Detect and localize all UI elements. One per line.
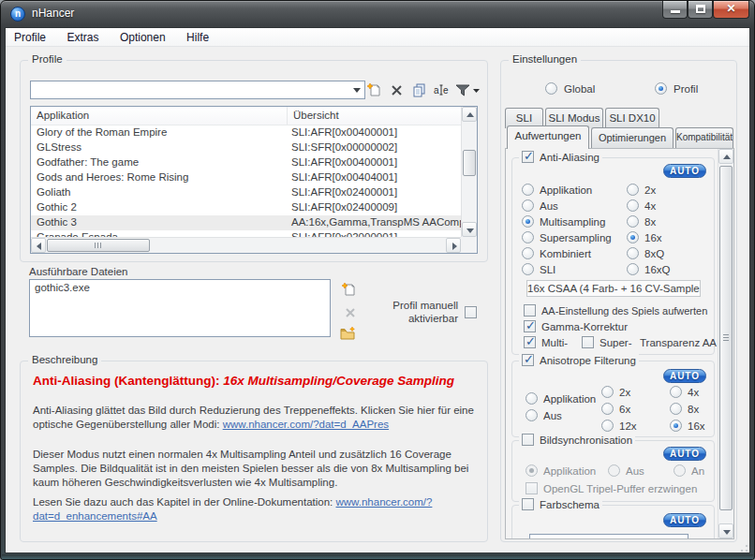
aa-mode-kombiniert-radio[interactable] — [522, 247, 534, 259]
af-level-label[interactable]: 8x — [688, 404, 699, 415]
list-item[interactable]: Godfather: The gameSLI:AFR[0x00400001] — [31, 155, 461, 170]
aa-mode-label[interactable]: Applikation — [540, 184, 592, 196]
new-profile-icon[interactable] — [365, 81, 382, 98]
remove-executable-icon[interactable] — [342, 304, 359, 321]
scroll-up-icon[interactable] — [462, 107, 477, 122]
aa-mode-multisampling-radio[interactable] — [522, 215, 534, 228]
list-horizontal-scrollbar[interactable] — [31, 237, 461, 253]
aa-mode-aus-radio[interactable] — [522, 199, 534, 212]
list-item[interactable]: GLStressSLI:SFR[0x00000002] — [31, 140, 461, 155]
settings-vertical-scrollbar[interactable] — [718, 149, 733, 538]
aa-level-label[interactable]: 16x — [644, 232, 662, 243]
scroll-down-icon[interactable] — [718, 523, 733, 538]
menu-hilfe[interactable]: Hilfe — [178, 28, 217, 47]
transparency-multi-label[interactable]: Multi- — [541, 337, 568, 348]
scope-profil-label[interactable]: Profil — [674, 83, 698, 95]
vsync-applikation-radio[interactable] — [526, 464, 538, 477]
list-item[interactable]: Gothic 3AA:16x,Gamma,TranspMS AACompa — [31, 215, 461, 230]
af-level-4x-radio[interactable] — [670, 386, 682, 398]
af-level-2x-radio[interactable] — [601, 386, 614, 398]
opengl-triple-buffer-label[interactable]: OpenGL Tripel-Puffer erzwingen — [543, 483, 697, 494]
aa-mode-label[interactable]: Supersampling — [540, 232, 612, 243]
af-auto-button[interactable]: AUTO — [663, 369, 706, 383]
scroll-right-icon[interactable] — [446, 238, 461, 253]
opengl-triple-buffer-checkbox[interactable] — [526, 482, 538, 494]
menu-extras[interactable]: Extras — [58, 28, 107, 47]
vsync-an-radio[interactable] — [674, 464, 686, 477]
menu-profile[interactable]: Profile — [6, 28, 54, 47]
aa-level-16x-radio[interactable] — [627, 231, 639, 243]
vsync-checkbox[interactable] — [522, 434, 534, 446]
aa-level-label[interactable]: 16xQ — [644, 264, 671, 275]
list-item[interactable]: GoliathSLI:AFR[0x02400001] — [31, 185, 461, 200]
aa-mode-label[interactable]: Kombiniert — [540, 248, 591, 259]
tab-aufwertungen[interactable]: Aufwertungen — [507, 125, 589, 149]
scroll-thumb[interactable] — [463, 150, 476, 176]
color-scheme-combo[interactable] — [529, 534, 688, 539]
aa-level-label[interactable]: 2x — [644, 184, 656, 196]
af-level-12x-radio[interactable] — [601, 420, 614, 432]
column-header-applikation[interactable]: Applikation — [31, 107, 288, 125]
aa-level-8xq-radio[interactable] — [627, 247, 639, 259]
aa-level-2x-radio[interactable] — [627, 184, 639, 196]
af-level-6x-radio[interactable] — [601, 403, 614, 415]
transparency-super-label[interactable]: Super- — [600, 337, 632, 348]
vsync-option-label[interactable]: Aus — [626, 465, 644, 477]
delete-profile-icon[interactable] — [388, 81, 405, 98]
manual-activate-checkbox[interactable] — [465, 306, 477, 318]
scope-profil-radio[interactable] — [655, 82, 667, 95]
scope-global-label[interactable]: Global — [564, 83, 595, 95]
add-executable-icon[interactable] — [340, 281, 357, 298]
af-mode-label[interactable]: Applikation — [543, 393, 596, 405]
tab-kompatibilitaet[interactable]: Kompatibilität — [675, 127, 733, 148]
scroll-up-icon[interactable] — [718, 149, 733, 164]
vsync-option-label[interactable]: Applikation — [543, 465, 596, 477]
vsync-auto-button[interactable]: AUTO — [663, 447, 706, 461]
aa-level-8x-radio[interactable] — [627, 215, 639, 228]
af-level-16x-radio[interactable] — [670, 420, 682, 432]
transparency-super-checkbox[interactable] — [582, 336, 594, 348]
aa-upgrade-checkbox[interactable] — [524, 304, 536, 317]
executables-listbox[interactable]: gothic3.exe — [29, 279, 331, 337]
scroll-thumb[interactable] — [47, 239, 150, 252]
aa-presentation-link[interactable]: www.nhancer.com/?dat=d_AAPres — [223, 419, 389, 430]
executable-file[interactable]: gothic3.exe — [30, 280, 330, 295]
filter-icon[interactable] — [455, 81, 480, 98]
aa-upgrade-label[interactable]: AA-Einstellung des Spiels aufwerten — [541, 305, 707, 317]
title-bar[interactable]: n nHancer ✕ — [1, 1, 754, 27]
transparency-multi-checkbox[interactable] — [524, 336, 536, 348]
tab-sli-dx10[interactable]: SLI DX10 — [605, 108, 659, 128]
list-item[interactable]: Granado EspadaSLI:AFR[0x02000001] — [31, 230, 461, 237]
aa-mode-applikation-radio[interactable] — [522, 184, 534, 196]
aa-level-16xq-radio[interactable] — [627, 263, 639, 275]
af-level-label[interactable]: 12x — [619, 420, 637, 432]
browse-folder-icon[interactable] — [339, 325, 356, 342]
minimize-button[interactable] — [662, 1, 688, 19]
vsync-aus-radio[interactable] — [608, 464, 620, 477]
aa-mode-label[interactable]: Aus — [540, 200, 558, 212]
resize-grip[interactable] — [737, 541, 748, 553]
scroll-thumb[interactable] — [719, 166, 733, 510]
profile-search-combo[interactable] — [30, 81, 365, 99]
af-level-label[interactable]: 4x — [688, 387, 699, 398]
gamma-correction-checkbox[interactable] — [524, 320, 536, 332]
aa-level-label[interactable]: 8xQ — [644, 248, 664, 259]
aa-mode-sli-radio[interactable] — [522, 263, 534, 275]
color-auto-button[interactable]: AUTO — [663, 513, 706, 527]
scroll-down-icon[interactable] — [462, 222, 477, 237]
column-header-uebersicht[interactable]: Übersicht — [288, 107, 461, 125]
anisotropic-checkbox[interactable] — [522, 354, 534, 366]
af-level-8x-radio[interactable] — [670, 403, 682, 415]
close-button[interactable]: ✕ — [713, 1, 749, 19]
list-item[interactable]: Gothic 2SLI:AFR[0x02400009] — [31, 200, 461, 215]
af-level-label[interactable]: 16x — [688, 420, 705, 432]
af-mode-aus-radio[interactable] — [526, 409, 538, 421]
af-mode-label[interactable]: Aus — [543, 410, 562, 421]
anti-aliasing-checkbox[interactable] — [522, 151, 534, 163]
aa-level-4x-radio[interactable] — [627, 199, 639, 212]
af-level-label[interactable]: 6x — [619, 404, 630, 415]
aa-auto-button[interactable]: AUTO — [663, 164, 706, 178]
aa-level-label[interactable]: 4x — [644, 200, 656, 212]
af-mode-applikation-radio[interactable] — [526, 392, 538, 405]
copy-profile-icon[interactable] — [410, 81, 427, 98]
